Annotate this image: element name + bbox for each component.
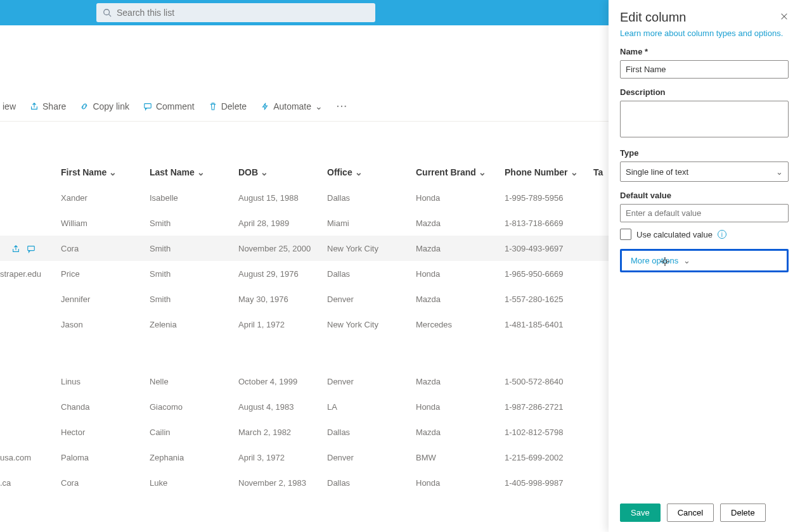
col-last-name[interactable]: Last Name⌄ [150,167,238,177]
col-brand[interactable]: Current Brand⌄ [416,167,505,177]
cell-phone: 1-965-950-6669 [505,269,593,279]
cell-phone: 1-102-812-5798 [505,428,593,437]
more-actions[interactable]: ··· [337,101,348,111]
automate-button[interactable]: Automate ⌄ [261,101,323,111]
cell-brand: Honda [416,478,505,488]
view-partial[interactable]: iew [3,101,16,111]
cell-last: Zephania [150,453,238,462]
cell-phone: 1-813-718-6669 [505,218,593,228]
cell-dob: August 4, 1983 [238,402,327,412]
cell-first: Hector [61,428,150,437]
cell-office: LA [327,402,416,412]
share-icon[interactable] [11,244,20,253]
calc-label: Use calculated value [636,230,713,239]
panel-footer: Save Cancel Delete [620,495,789,532]
svg-point-6 [663,260,667,263]
svg-rect-3 [28,246,35,250]
cell-brand: BMW [416,453,505,462]
cell-phone: 1-309-493-9697 [505,244,593,253]
panel-title: Edit column [620,10,687,25]
svg-rect-2 [145,103,152,108]
comment-button[interactable]: Comment [143,101,195,111]
delete-column-button[interactable]: Delete [720,504,766,522]
col-dob[interactable]: DOB⌄ [238,167,327,177]
cell-office: Denver [327,377,416,386]
row-extra: .ca [0,478,11,488]
cell-brand: Mazda [416,377,505,386]
col-office[interactable]: Office⌄ [327,167,416,177]
cell-last: Isabelle [150,193,238,203]
cell-first: Cora [61,244,150,253]
cell-last: Giacomo [150,402,238,412]
cell-dob: October 4, 1999 [238,377,327,386]
cell-brand: Honda [416,193,505,203]
cell-first: Price [61,269,150,279]
search-input[interactable] [117,8,369,18]
cell-dob: August 29, 1976 [238,269,327,279]
cell-brand: Mercedes [416,320,505,329]
cell-last: Cailin [150,428,238,437]
description-input[interactable] [620,101,789,137]
cell-office: Denver [327,453,416,462]
chevron-down-icon: ⌄ [683,256,690,265]
copy-link-button[interactable]: Copy link [80,101,129,111]
cancel-button[interactable]: Cancel [667,504,714,522]
cell-office: Dallas [327,478,416,488]
svg-line-1 [109,15,112,17]
search-box[interactable] [96,3,375,22]
col-first-name[interactable]: First Name⌄ [61,167,150,177]
edit-column-panel: Edit column Learn more about column type… [609,0,800,532]
name-input[interactable] [620,60,789,79]
cell-brand: Mazda [416,294,505,304]
cell-last: Luke [150,478,238,488]
cell-last: Smith [150,294,238,304]
checkbox-box[interactable] [620,229,631,240]
cell-phone: 1-481-185-6401 [505,320,593,329]
share-button[interactable]: Share [30,101,66,111]
comment-icon [143,102,152,111]
cell-office: Miami [327,218,416,228]
share-icon [30,102,39,111]
cell-brand: Mazda [416,218,505,228]
cell-first: Xander [61,193,150,203]
cell-dob: April 28, 1989 [238,218,327,228]
default-value-input[interactable] [620,204,789,222]
cell-dob: April 3, 1972 [238,453,327,462]
cell-dob: August 15, 1988 [238,193,327,203]
cell-phone: 1-557-280-1625 [505,294,593,304]
cell-dob: March 2, 1982 [238,428,327,437]
delete-button[interactable]: Delete [209,101,247,111]
svg-point-0 [104,10,110,15]
save-button[interactable]: Save [620,504,661,522]
chevron-down-icon: ⌄ [197,167,205,177]
cell-dob: November 2, 1983 [238,478,327,488]
chevron-down-icon: ⌄ [571,167,578,177]
description-label: Description [620,87,789,97]
cell-brand: Mazda [416,428,505,437]
cell-phone: 1-215-699-2002 [505,453,593,462]
cell-last: Smith [150,244,238,253]
use-calculated-checkbox[interactable]: Use calculated value i [620,229,789,240]
chevron-down-icon: ⌄ [355,167,363,177]
learn-more-link[interactable]: Learn more about column types and option… [620,28,789,38]
cell-first: Linus [61,377,150,386]
cell-dob: November 25, 2000 [238,244,327,253]
cell-first: Cora [61,478,150,488]
cell-first: William [61,218,150,228]
cell-phone: 1-500-572-8640 [505,377,593,386]
cursor-icon [660,256,670,267]
cell-first: Paloma [61,453,150,462]
col-phone[interactable]: Phone Number⌄ [505,167,593,177]
cell-dob: April 1, 1972 [238,320,327,329]
cell-brand: Honda [416,402,505,412]
cell-brand: Honda [416,269,505,279]
close-icon[interactable] [780,12,789,23]
default-label: Default value [620,191,789,200]
info-icon[interactable]: i [718,230,726,239]
chevron-down-icon: ⌄ [109,167,117,177]
type-select[interactable]: Single line of text ⌄ [620,162,789,182]
more-options-toggle[interactable]: More options ⌄ [620,249,789,272]
chevron-down-icon: ⌄ [479,167,486,177]
comment-icon[interactable] [27,244,35,253]
cell-office: New York City [327,320,416,329]
